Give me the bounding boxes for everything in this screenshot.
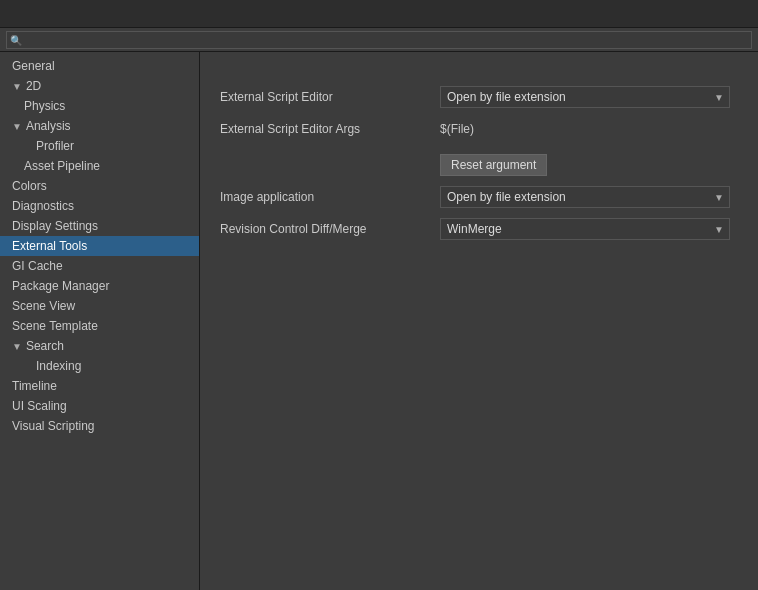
- sidebar-item-label: GI Cache: [12, 259, 63, 273]
- form-label-image-application: Image application: [220, 190, 440, 204]
- arrow-icon: ▼: [12, 81, 22, 92]
- sidebar-item-analysis[interactable]: ▼Analysis: [0, 116, 199, 136]
- sidebar-item-label: General: [12, 59, 55, 73]
- form-row-external-script-editor: External Script Editor Open by file exte…: [220, 86, 738, 108]
- sidebar-item-label: Display Settings: [12, 219, 98, 233]
- sidebar-item-physics[interactable]: Physics: [0, 96, 199, 116]
- sidebar-item-label: Search: [26, 339, 64, 353]
- form-row-args-label: External Script Editor Args $(File): [220, 118, 738, 140]
- sidebar-item-timeline[interactable]: Timeline: [0, 376, 199, 396]
- form-row-image-application: Image application Open by file extension…: [220, 186, 738, 208]
- sidebar-item-label: Scene View: [12, 299, 75, 313]
- sidebar: General▼2DPhysics▼AnalysisProfilerAsset …: [0, 52, 200, 590]
- form-label-revision-control: Revision Control Diff/Merge: [220, 222, 440, 236]
- form-row-external-script-editor-args: External Script Editor Args $(File) Rese…: [220, 118, 738, 176]
- sidebar-item-label: Scene Template: [12, 319, 98, 333]
- form-label-external-script-editor: External Script Editor: [220, 90, 440, 104]
- sidebar-item-label: Package Manager: [12, 279, 109, 293]
- sidebar-item-display-settings[interactable]: Display Settings: [0, 216, 199, 236]
- main-layout: General▼2DPhysics▼AnalysisProfilerAsset …: [0, 52, 758, 590]
- sidebar-item-search[interactable]: ▼Search: [0, 336, 199, 356]
- sidebar-item-colors[interactable]: Colors: [0, 176, 199, 196]
- sidebar-item-label: Asset Pipeline: [24, 159, 100, 173]
- dropdown-wrap-external-script-editor: Open by file extension ▼: [440, 86, 730, 108]
- sidebar-item-ui-scaling[interactable]: UI Scaling: [0, 396, 199, 416]
- kebab-menu-button[interactable]: [674, 6, 690, 22]
- close-button[interactable]: [734, 6, 750, 22]
- maximize-button[interactable]: [714, 6, 730, 22]
- sidebar-item-diagnostics[interactable]: Diagnostics: [0, 196, 199, 216]
- form-control-external-script-editor: Open by file extension ▼: [440, 86, 738, 108]
- sidebar-item-scene-view[interactable]: Scene View: [0, 296, 199, 316]
- titlebar-left: [8, 6, 30, 22]
- search-input[interactable]: [6, 31, 752, 49]
- form-control-image-application: Open by file extension ▼: [440, 186, 738, 208]
- sidebar-item-label: Visual Scripting: [12, 419, 95, 433]
- arrow-icon: ▼: [12, 121, 22, 132]
- sidebar-item-visual-scripting[interactable]: Visual Scripting: [0, 416, 199, 436]
- sidebar-item-external-tools[interactable]: External Tools: [0, 236, 199, 256]
- form-row-args-button: Reset argument: [220, 150, 738, 176]
- sidebar-item-label: Indexing: [36, 359, 81, 373]
- form-control-revision-control: WinMerge ▼: [440, 218, 738, 240]
- titlebar-controls: [674, 6, 750, 22]
- content-panel: External Script Editor Open by file exte…: [200, 52, 758, 590]
- sidebar-item-label: 2D: [26, 79, 41, 93]
- dropdown-revision-control[interactable]: WinMerge: [440, 218, 730, 240]
- sidebar-item-scene-template[interactable]: Scene Template: [0, 316, 199, 336]
- reset-argument-button[interactable]: Reset argument: [440, 154, 547, 176]
- preferences-icon: [8, 6, 24, 22]
- dropdown-wrap-revision-control: WinMerge ▼: [440, 218, 730, 240]
- sidebar-item-gi-cache[interactable]: GI Cache: [0, 256, 199, 276]
- sidebar-item-2d[interactable]: ▼2D: [0, 76, 199, 96]
- form-control-external-script-editor-args: $(File): [440, 122, 738, 136]
- text-value-external-script-editor-args: $(File): [440, 122, 474, 136]
- sidebar-item-indexing[interactable]: Indexing: [0, 356, 199, 376]
- sidebar-item-label: Colors: [12, 179, 47, 193]
- searchbar: 🔍: [0, 28, 758, 52]
- arrow-icon: ▼: [12, 341, 22, 352]
- dropdown-image-application[interactable]: Open by file extension: [440, 186, 730, 208]
- search-wrap: 🔍: [6, 31, 752, 49]
- dropdown-wrap-image-application: Open by file extension ▼: [440, 186, 730, 208]
- sidebar-item-label: Physics: [24, 99, 65, 113]
- form-label-external-script-editor-args: External Script Editor Args: [220, 122, 440, 136]
- sidebar-item-label: Profiler: [36, 139, 74, 153]
- sidebar-item-label: Analysis: [26, 119, 71, 133]
- form-control-btn-external-script-editor-args: Reset argument: [440, 150, 738, 176]
- form-row-revision-control: Revision Control Diff/Merge WinMerge ▼: [220, 218, 738, 240]
- sidebar-item-profiler[interactable]: Profiler: [0, 136, 199, 156]
- sidebar-item-label: UI Scaling: [12, 399, 67, 413]
- sidebar-item-general[interactable]: General: [0, 56, 199, 76]
- sidebar-item-label: Diagnostics: [12, 199, 74, 213]
- titlebar: [0, 0, 758, 28]
- sidebar-item-asset-pipeline[interactable]: Asset Pipeline: [0, 156, 199, 176]
- dropdown-external-script-editor[interactable]: Open by file extension: [440, 86, 730, 108]
- sidebar-item-package-manager[interactable]: Package Manager: [0, 276, 199, 296]
- sidebar-item-label: Timeline: [12, 379, 57, 393]
- sidebar-item-label: External Tools: [12, 239, 87, 253]
- minimize-button[interactable]: [694, 6, 710, 22]
